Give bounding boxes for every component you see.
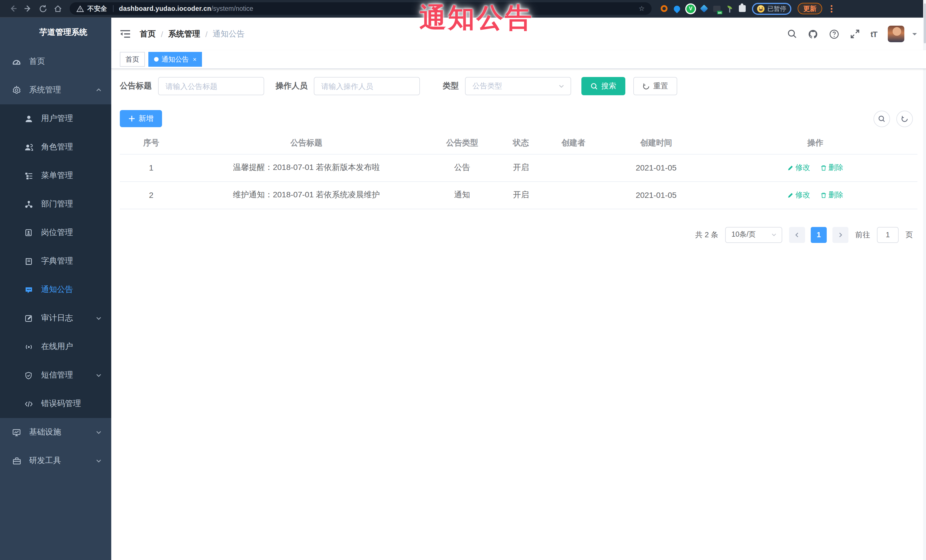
col-type: 公告类型 [430, 132, 494, 154]
delete-link-label: 删除 [828, 190, 843, 200]
user-avatar[interactable] [888, 26, 904, 42]
browser-menu-icon[interactable] [831, 5, 832, 12]
tag-notice[interactable]: 通知公告 × [148, 52, 202, 67]
type-filter-label: 类型 [443, 81, 459, 91]
edit-link[interactable]: 修改 [787, 163, 810, 173]
extension-pin-icon[interactable] [672, 4, 681, 13]
scrollbar-thumb[interactable] [923, 3, 926, 43]
sidebar-item-sms-mgmt[interactable]: 短信管理 [0, 361, 111, 389]
sidebar-item-online-users[interactable]: 在线用户 [0, 332, 111, 361]
sidebar-item-system[interactable]: 系统管理 [0, 76, 111, 104]
sidebar-toggle-icon[interactable] [120, 29, 131, 39]
sidebar-item-label: 基础设施 [29, 427, 61, 438]
tags-view-bar: 首页 通知公告 × [111, 50, 926, 69]
paused-profile-chip[interactable]: 已暂停 [752, 3, 791, 15]
extension-gem-icon[interactable] [700, 5, 708, 12]
sidebar-item-error-code[interactable]: 错误码管理 [0, 389, 111, 418]
extension-switch-icon[interactable]: on [713, 5, 720, 12]
security-label[interactable]: 不安全 [87, 4, 107, 13]
prev-page-button[interactable] [789, 227, 805, 243]
code-icon [24, 400, 33, 408]
sidebar-item-notice[interactable]: 通知公告 [0, 275, 111, 304]
breadcrumb-section[interactable]: 系统管理 [168, 29, 200, 39]
toggle-search-button[interactable] [873, 111, 890, 127]
breadcrumb-home[interactable]: 首页 [140, 29, 156, 39]
operator-filter-input[interactable] [314, 77, 420, 95]
col-creator: 创建者 [548, 132, 599, 154]
url-path[interactable]: /system/notice [211, 5, 253, 12]
goto-page-input[interactable] [877, 227, 899, 243]
sidebar-logo[interactable]: 芋道管理系统 [0, 18, 111, 47]
help-icon[interactable] [829, 29, 839, 39]
chevron-down-icon [558, 83, 565, 89]
page-size-select[interactable]: 10条/页 [725, 227, 782, 243]
page-number-current[interactable]: 1 [811, 227, 827, 243]
extension-ring-icon[interactable] [661, 5, 667, 12]
cell-type: 公告 [430, 154, 494, 181]
browser-reload-icon[interactable] [35, 1, 50, 16]
sidebar-item-menu-mgmt[interactable]: 菜单管理 [0, 162, 111, 190]
browser-update-button[interactable]: 更新 [797, 3, 822, 14]
url-host[interactable]: dashboard.yudao.iocoder.cn [119, 5, 211, 12]
active-dot-icon [154, 57, 159, 62]
online-icon [24, 343, 33, 351]
fullscreen-icon[interactable] [850, 29, 860, 39]
close-icon[interactable]: × [193, 56, 197, 63]
github-icon[interactable] [808, 29, 818, 39]
edit-link[interactable]: 修改 [787, 190, 810, 200]
reset-button[interactable]: 重置 [633, 77, 677, 95]
cell-type: 通知 [430, 181, 494, 209]
title-filter-input[interactable] [158, 77, 264, 95]
pagination: 共 2 条 10条/页 1 前往 页 [120, 227, 917, 243]
browser-forward-icon[interactable] [21, 1, 35, 16]
sidebar-item-dept-mgmt[interactable]: 部门管理 [0, 190, 111, 219]
extension-vue-devtools-icon[interactable]: V [686, 4, 695, 13]
breadcrumb: 首页 / 系统管理 / 通知公告 [140, 29, 245, 39]
browser-address-bar[interactable]: 不安全 dashboard.yudao.iocoder.cn/system/no… [70, 2, 652, 15]
sidebar-item-infra[interactable]: 基础设施 [0, 418, 111, 447]
title-filter-label: 公告标题 [120, 81, 152, 91]
cell-actions: 修改 删除 [713, 154, 917, 181]
browser-home-icon[interactable] [50, 1, 65, 16]
tag-home[interactable]: 首页 [120, 52, 145, 67]
caret-down-icon[interactable] [912, 31, 917, 37]
page-scrollbar[interactable] [923, 0, 926, 560]
bookmark-star-icon[interactable]: ☆ [639, 5, 645, 12]
refresh-button[interactable] [896, 111, 913, 127]
type-filter-select[interactable]: 公告类型 [465, 77, 571, 95]
sidebar-item-label: 部门管理 [41, 199, 73, 209]
table-header-row: 序号 公告标题 公告类型 状态 创建者 创建时间 操作 [120, 132, 917, 154]
audit-icon [24, 314, 33, 323]
trash-icon [820, 192, 827, 198]
sidebar: 芋道管理系统 首页 系统管理 [0, 18, 111, 560]
sidebar-item-label: 通知公告 [41, 285, 73, 295]
sidebar-item-label: 短信管理 [41, 370, 73, 380]
extensions-puzzle-icon[interactable] [739, 5, 746, 12]
sidebar-item-post-mgmt[interactable]: 岗位管理 [0, 219, 111, 247]
sidebar-item-dev-tools[interactable]: 研发工具 [0, 447, 111, 475]
monitor-icon [12, 428, 21, 436]
browser-back-icon[interactable] [6, 1, 21, 16]
sidebar-item-audit-log[interactable]: 审计日志 [0, 304, 111, 332]
sidebar-item-role-mgmt[interactable]: 角色管理 [0, 133, 111, 162]
add-button[interactable]: 新增 [120, 110, 162, 127]
sidebar-item-label: 首页 [29, 56, 45, 67]
next-page-button[interactable] [832, 227, 849, 243]
delete-link[interactable]: 删除 [820, 163, 843, 173]
page-size-value: 10条/页 [731, 230, 756, 240]
extension-sprout-icon[interactable] [727, 5, 732, 12]
search-button[interactable]: 搜索 [581, 77, 625, 95]
search-icon[interactable] [787, 29, 797, 39]
sidebar-item-home[interactable]: 首页 [0, 47, 111, 76]
delete-link[interactable]: 删除 [820, 190, 843, 200]
col-title: 公告标题 [183, 132, 430, 154]
tag-label: 首页 [126, 54, 139, 64]
sidebar-item-dict-mgmt[interactable]: 字典管理 [0, 247, 111, 275]
logo-title: 芋道管理系统 [39, 27, 87, 38]
emoji-avatar-icon [757, 5, 764, 12]
sms-shield-icon [24, 371, 33, 379]
font-size-icon[interactable]: tT [871, 29, 877, 38]
toolbox-icon [12, 456, 21, 465]
sidebar-item-user-mgmt[interactable]: 用户管理 [0, 104, 111, 133]
sidebar-item-label: 用户管理 [41, 113, 73, 124]
